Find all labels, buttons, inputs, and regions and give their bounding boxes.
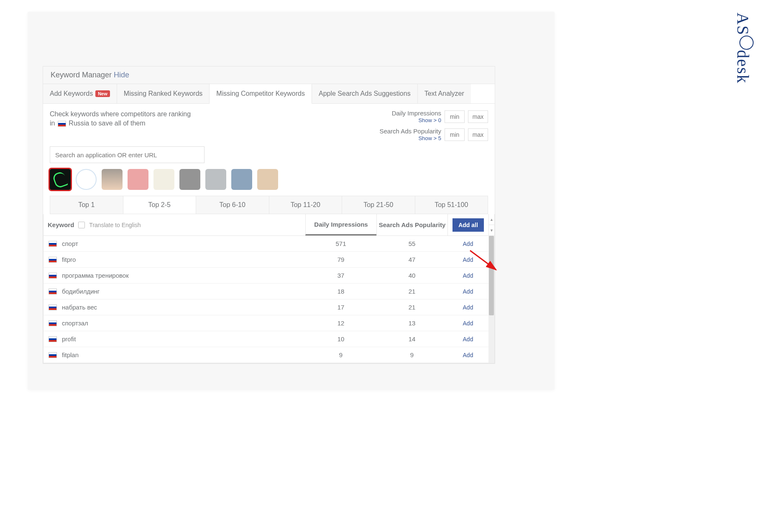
competitor-app-5[interactable] [153, 169, 174, 190]
di-value: 10 [305, 335, 376, 343]
add-link[interactable]: Add [463, 240, 473, 247]
header-scroll-arrows[interactable]: ▲▼ [488, 214, 494, 235]
table-scrollbar[interactable] [488, 236, 494, 363]
russia-flag-icon [58, 121, 66, 127]
russia-flag-icon [49, 257, 57, 263]
table-row: спорт 571 55 Add [43, 236, 488, 252]
competitor-app-9[interactable] [257, 169, 278, 190]
top-tab-21-50[interactable]: Top 21-50 [342, 196, 415, 214]
di-filter-label: Daily Impressions [392, 110, 441, 117]
main-tabs: Add Keywords New Missing Ranked Keywords… [43, 84, 495, 104]
russia-flag-icon [49, 241, 57, 247]
tab-add-keywords[interactable]: Add Keywords New [43, 84, 117, 103]
add-link[interactable]: Add [463, 336, 473, 343]
search-input[interactable] [50, 146, 205, 163]
di-value: 79 [305, 256, 376, 263]
competitor-app-4[interactable] [128, 169, 148, 190]
tab-label: Missing Ranked Keywords [124, 90, 203, 97]
russia-flag-icon [49, 304, 57, 310]
sap-value: 21 [376, 304, 447, 311]
tab-missing-ranked[interactable]: Missing Ranked Keywords [117, 84, 210, 103]
sap-min-input[interactable] [445, 128, 465, 141]
keyword-text: fitplan [62, 351, 79, 358]
sap-value: 40 [376, 272, 447, 279]
tab-missing-competitor[interactable]: Missing Competitor Keywords [210, 84, 312, 104]
add-link[interactable]: Add [463, 352, 473, 358]
di-filter-link[interactable]: Show > 0 [392, 117, 441, 123]
desc-country: Russia [69, 120, 89, 127]
competitor-app-2[interactable] [76, 169, 97, 190]
top-tab-1[interactable]: Top 1 [50, 196, 123, 214]
di-value: 12 [305, 320, 376, 327]
di-min-input[interactable] [445, 110, 465, 123]
desc-line2a: in [50, 120, 55, 127]
th-translate-label: Translate to English [89, 222, 141, 228]
competitor-app-6[interactable] [179, 169, 200, 190]
tab-label: Add Keywords [50, 90, 93, 97]
panel-title-text: Keyword Manager [51, 71, 112, 79]
sap-value: 47 [376, 256, 447, 263]
new-badge: New [95, 90, 110, 97]
tab-label: Apple Search Ads Suggestions [319, 90, 411, 97]
keyword-text: fitpro [62, 256, 76, 263]
di-value: 571 [305, 240, 376, 247]
keyword-text: спортзал [62, 320, 88, 327]
add-link[interactable]: Add [463, 272, 473, 279]
tab-label: Missing Competitor Keywords [216, 90, 305, 97]
tab-apple-search-ads[interactable]: Apple Search Ads Suggestions [312, 84, 418, 103]
russia-flag-icon [49, 336, 57, 342]
keyword-text: бодибилдинг [62, 288, 100, 295]
th-daily-impressions[interactable]: Daily Impressions [305, 214, 376, 235]
sap-value: 14 [376, 335, 447, 343]
top-tab-11-20[interactable]: Top 11-20 [269, 196, 343, 214]
desc-line2b: to save all of them [91, 120, 146, 127]
add-link[interactable]: Add [463, 304, 473, 311]
translate-checkbox[interactable] [78, 222, 85, 228]
top-tab-6-10[interactable]: Top 6-10 [196, 196, 269, 214]
di-value: 9 [305, 351, 376, 358]
brand-logo: ASdesk [733, 13, 754, 84]
competitor-app-1[interactable] [50, 169, 71, 190]
sap-value: 13 [376, 320, 447, 327]
table-row: программа тренировок 37 40 Add [43, 268, 488, 284]
competitor-app-3[interactable] [102, 169, 123, 190]
di-value: 37 [305, 272, 376, 279]
russia-flag-icon [49, 352, 57, 358]
competitor-app-7[interactable] [205, 169, 226, 190]
russia-flag-icon [49, 273, 57, 279]
add-link[interactable]: Add [463, 320, 473, 327]
top-tab-51-100[interactable]: Top 51-100 [415, 196, 488, 214]
keyword-text: программа тренировок [62, 272, 129, 279]
description-text: Check keywords where competitors are ran… [50, 110, 191, 141]
hide-link[interactable]: Hide [114, 71, 129, 79]
sap-value: 55 [376, 240, 447, 247]
keyword-table: Keyword Translate to English Daily Impre… [43, 214, 495, 363]
di-max-input[interactable] [468, 110, 488, 123]
keyword-text: набрать вес [62, 304, 97, 311]
keyword-text: profit [62, 335, 76, 343]
th-search-ads-popularity[interactable]: Search Ads Popularity [376, 214, 447, 235]
table-row: profit 10 14 Add [43, 331, 488, 347]
competitor-app-8[interactable] [231, 169, 252, 190]
add-all-button[interactable]: Add all [453, 218, 484, 232]
desc-line1: Check keywords where competitors are ran… [50, 110, 191, 118]
russia-flag-icon [49, 320, 57, 326]
add-link[interactable]: Add [463, 256, 473, 263]
di-value: 18 [305, 288, 376, 295]
tab-label: Text Analyzer [424, 90, 464, 97]
sap-value: 9 [376, 351, 447, 358]
top-range-tabs: Top 1 Top 2-5 Top 6-10 Top 11-20 Top 21-… [50, 196, 488, 214]
add-link[interactable]: Add [463, 288, 473, 295]
sap-max-input[interactable] [468, 128, 488, 141]
keyword-manager-panel: Keyword Manager Hide Add Keywords New Mi… [43, 66, 495, 364]
table-row: спортзал 12 13 Add [43, 315, 488, 331]
sap-filter-link[interactable]: Show > 5 [379, 135, 441, 141]
sap-value: 21 [376, 288, 447, 295]
table-row: fitplan 9 9 Add [43, 347, 488, 363]
di-value: 17 [305, 304, 376, 311]
top-tab-2-5[interactable]: Top 2-5 [123, 196, 197, 214]
sap-filter-label: Search Ads Popularity [379, 128, 441, 135]
th-keyword[interactable]: Keyword [48, 221, 74, 228]
keyword-text: спорт [62, 240, 78, 247]
tab-text-analyzer[interactable]: Text Analyzer [418, 84, 471, 103]
